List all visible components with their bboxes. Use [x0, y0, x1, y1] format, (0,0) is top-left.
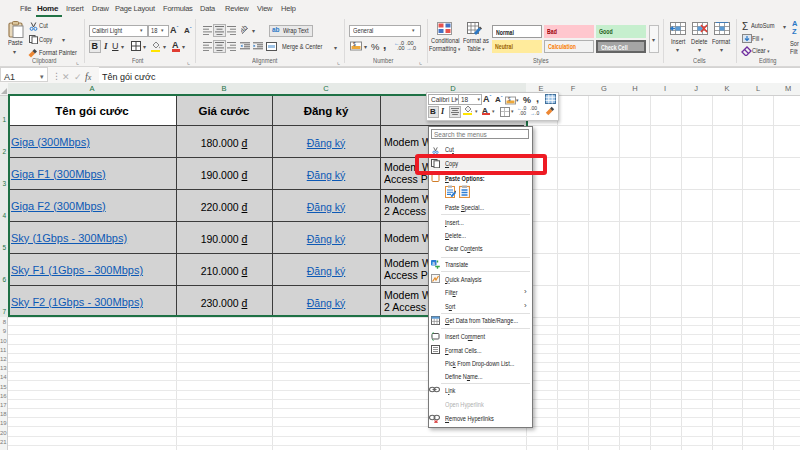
svg-text:ab: ab [241, 25, 248, 34]
svg-text:$: $ [353, 41, 356, 47]
svg-text:a: a [432, 260, 435, 266]
